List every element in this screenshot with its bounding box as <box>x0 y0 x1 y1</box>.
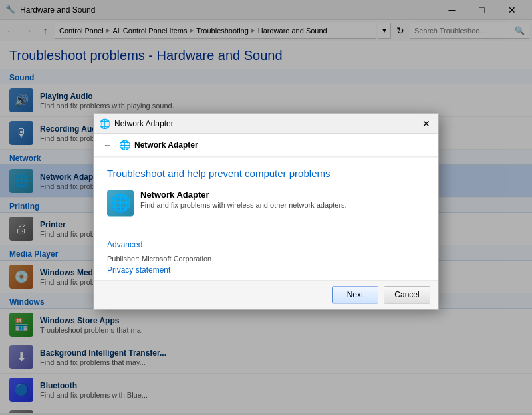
publisher-info: Publisher: Microsoft Corporation <box>107 255 425 263</box>
dialog-nav-bar: ← 🌐 Network Adapter <box>94 134 438 157</box>
advanced-link[interactable]: Advanced <box>107 240 142 249</box>
privacy-link[interactable]: Privacy statement <box>107 265 170 275</box>
publisher-label: Publisher: <box>107 255 140 263</box>
cancel-button[interactable]: Cancel <box>384 286 430 303</box>
dialog-subtitle: Troubleshoot and help prevent computer p… <box>107 168 425 179</box>
next-button[interactable]: Next <box>332 286 378 303</box>
dialog-item-title: Network Adapter <box>140 190 347 200</box>
dialog-title-text: Network Adapter <box>114 119 420 128</box>
dialog-item-icon: 🌐 <box>107 190 134 216</box>
dialog-item-row: 🌐 Network Adapter Find and fix problems … <box>107 190 425 216</box>
dialog-nav-title: Network Adapter <box>134 140 198 150</box>
dialog-button-bar: Next Cancel <box>94 280 438 309</box>
dialog-close-button[interactable]: ✕ <box>420 117 433 130</box>
dialog-item-desc: Find and fix problems with wireless and … <box>140 201 347 209</box>
dialog-titlebar: 🌐 Network Adapter ✕ <box>94 114 438 134</box>
dialog-item-text: Network Adapter Find and fix problems wi… <box>140 190 347 209</box>
dialog-footer-area: Advanced Publisher: Microsoft Corporatio… <box>94 235 438 280</box>
network-adapter-dialog: 🌐 Network Adapter ✕ ← 🌐 Network Adapter … <box>93 113 439 309</box>
dialog-back-button[interactable]: ← <box>100 138 115 152</box>
publisher-value: Microsoft Corporation <box>142 255 211 263</box>
dialog-nav-icon: 🌐 <box>119 140 130 150</box>
dialog-body: Troubleshoot and help prevent computer p… <box>94 157 438 235</box>
dialog-title-icon: 🌐 <box>99 118 110 129</box>
